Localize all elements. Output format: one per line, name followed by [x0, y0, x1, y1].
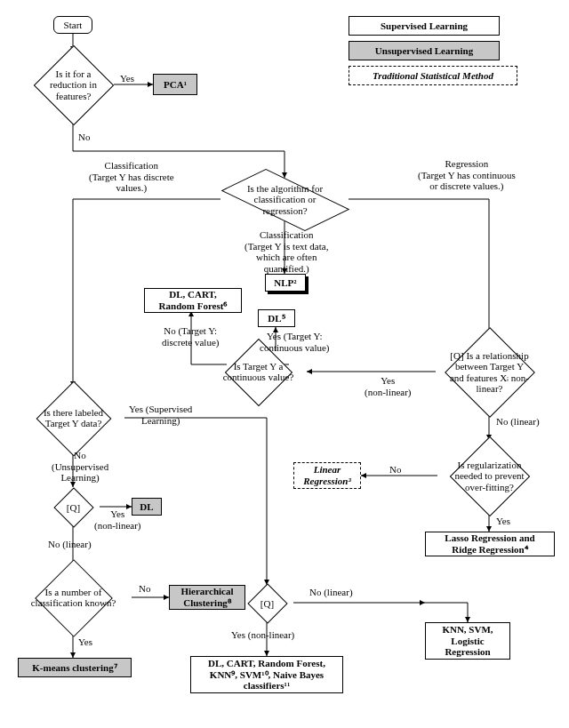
decision-q2: [Q] — [267, 603, 268, 604]
node-dl-cart-rf-knn: DL, CART, Random Forest,KNN⁹, SVM¹⁰, Nai… — [190, 656, 343, 693]
label-yes-continuous: Yes (Target Y:continuous value) — [260, 331, 330, 353]
decision-q2-label: [Q] — [260, 597, 274, 608]
node-lasso-ridge: Lasso Regression andRidge Regression⁴ — [425, 532, 555, 556]
label-classification: Classification(Target Y has discretevalu… — [89, 160, 174, 194]
label-no-linear: No (linear) — [496, 416, 540, 428]
decision-numclass-label: Is a number ofclassification known? — [31, 587, 116, 609]
node-dl: DL — [132, 498, 162, 516]
decision-regularize-label: Is regularizationneeded to preventover-f… — [454, 460, 524, 492]
decision-numclass: Is a number ofclassification known? — [73, 597, 74, 598]
decision-q1: [Q] — [73, 507, 74, 508]
label-class-text: Classification(Target Y is text data,whi… — [244, 229, 328, 275]
node-nlp: NLP² — [265, 274, 306, 292]
decision-reduction-label: Is it for areduction infeatures? — [50, 68, 97, 101]
decision-q1-label: [Q] — [67, 501, 80, 512]
node-pca-label: PCA¹ — [164, 79, 187, 91]
decision-class-or-reg: Is the algorithm forclassification orreg… — [284, 199, 285, 200]
label-no-lin3: No (linear) — [309, 587, 353, 598]
decision-continuous-label: Is Target Y acontinuous value? — [223, 361, 294, 383]
label-no-lin2: No (linear) — [48, 539, 92, 550]
node-kmeans: K-means clustering⁷ — [18, 658, 132, 677]
legend-supervised-label: Supervised Learning — [381, 20, 468, 32]
label-no-1: No — [78, 132, 90, 143]
label-yes-3: Yes — [496, 516, 510, 527]
node-pca: PCA¹ — [153, 74, 197, 95]
legend-supervised: Supervised Learning — [349, 16, 500, 36]
node-lasso-ridge-label: Lasso Regression andRidge Regression⁴ — [445, 532, 534, 555]
label-no-numclass: No — [139, 583, 150, 595]
node-dl-cart-rf-label: DL, CART,Random Forest⁶ — [159, 289, 228, 311]
node-dl-label: DL — [140, 501, 153, 513]
node-nlp-label: NLP² — [274, 277, 296, 289]
legend-unsupervised-label: Unsupervised Learning — [375, 45, 473, 57]
start-node: Start — [53, 16, 92, 34]
label-yes-numclass: Yes — [78, 636, 92, 648]
node-dl-cart-rf-knn-label: DL, CART, Random Forest,KNN⁹, SVM¹⁰, Nai… — [208, 658, 325, 692]
node-dl5-label: DL⁵ — [268, 313, 284, 324]
node-kmeans-label: K-means clustering⁷ — [32, 662, 116, 674]
decision-nonlinear-reg: [Q] Is a relationshipbetween Target Yand… — [489, 372, 490, 372]
decision-labeled-label: Is there labeledTarget Y data? — [44, 407, 103, 429]
node-linear-regression: LinearRegression³ — [293, 462, 361, 489]
decision-class-or-reg-label: Is the algorithm forclassification orreg… — [247, 183, 323, 216]
label-yes-1: Yes — [120, 73, 134, 84]
decision-labeled: Is there labeledTarget Y data? — [73, 418, 74, 419]
node-dl-cart-rf: DL, CART,Random Forest⁶ — [144, 288, 242, 313]
label-yes-nonlinear: Yes(non-linear) — [365, 375, 412, 397]
label-regression: Regression(Target Y has continuousor dis… — [418, 158, 516, 192]
label-yes-supervised: Yes (SupervisedLearning) — [129, 404, 192, 426]
label-yes-nl3: Yes (non-linear) — [231, 629, 294, 641]
legend-unsupervised: Unsupervised Learning — [349, 41, 500, 60]
decision-reduction: Is it for areduction infeatures? — [73, 84, 74, 85]
node-knn-svm-logistic: KNN, SVM,LogisticRegression — [425, 622, 510, 660]
node-knn-svm-logistic-label: KNN, SVM,LogisticRegression — [442, 624, 493, 658]
label-no-unsupervised: No(UnsupervisedLearning) — [52, 450, 108, 484]
label-no-discrete: No (Target Y:discrete value) — [162, 325, 219, 348]
decision-continuous: Is Target Y acontinuous value? — [258, 372, 259, 372]
flowchart-canvas: Supervised Learning Unsupervised Learnin… — [0, 0, 569, 728]
decision-regularize: Is regularizationneeded to preventover-f… — [489, 476, 490, 476]
node-linear-regression-label: LinearRegression³ — [303, 464, 350, 486]
label-no-2: No — [389, 464, 401, 476]
node-dl5: DL⁵ — [258, 309, 295, 327]
legend-traditional-label: Traditional Statistical Method — [373, 70, 493, 82]
node-hierarchical: HierarchicalClustering⁸ — [169, 585, 245, 610]
decision-nonlinear-reg-label: [Q] Is a relationshipbetween Target Yand… — [450, 349, 529, 394]
start-label: Start — [64, 20, 83, 31]
legend-traditional: Traditional Statistical Method — [349, 66, 517, 85]
node-hierarchical-label: HierarchicalClustering⁸ — [180, 586, 233, 608]
